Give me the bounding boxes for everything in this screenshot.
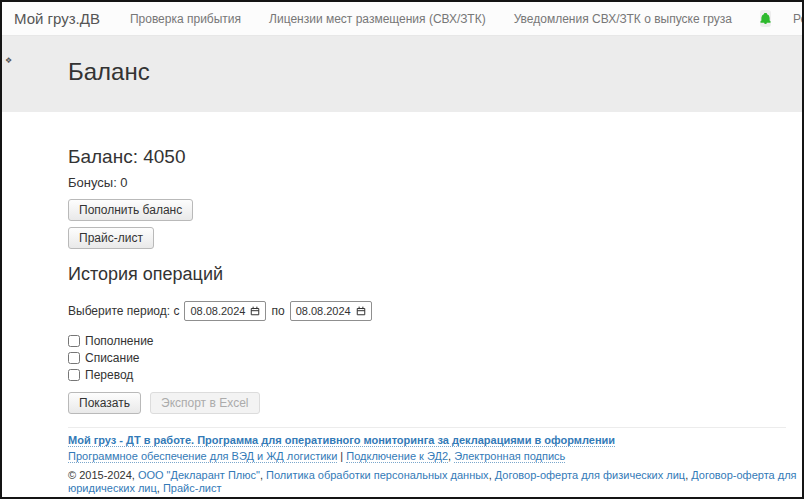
date-to-input[interactable]: 08.08.2024: [290, 301, 372, 321]
actions-row: Показать Экспорт в Excel: [68, 392, 802, 414]
writeoff-checkbox[interactable]: [68, 352, 80, 364]
sidebar-toggle-icon[interactable]: ❖: [5, 56, 12, 65]
region-label: Регион:: [793, 12, 804, 26]
company-link[interactable]: ООО "Декларант Плюс": [138, 469, 260, 481]
filter-label: Списание: [85, 351, 140, 365]
transfer-checkbox[interactable]: [68, 369, 80, 381]
separator: |: [337, 450, 346, 462]
filter-label: Перевод: [85, 368, 133, 382]
calendar-icon[interactable]: [356, 306, 366, 316]
ed2-link[interactable]: Подключение к ЭД2: [346, 450, 448, 463]
topup-checkbox[interactable]: [68, 335, 80, 347]
nav-item-arrival-check[interactable]: Проверка прибытия: [130, 12, 241, 26]
bonus-amount: Бонусы: 0: [68, 175, 802, 190]
page-title: Баланс: [2, 36, 802, 86]
history-section-title: История операций: [68, 264, 802, 285]
calendar-icon[interactable]: [250, 306, 260, 316]
brand-logo[interactable]: Мой груз.ДВ: [14, 10, 100, 27]
period-filter-row: Выберите период: с 08.08.2024 по 08.08.2…: [68, 301, 802, 321]
footer-products-line: Программное обеспечение для ВЭД и ЖД лог…: [68, 450, 802, 463]
period-label: Выберите период: с: [68, 304, 179, 318]
date-from-value: 08.08.2024: [190, 305, 245, 317]
region-selector[interactable]: Регион: Дальний Восток (ДВТУ)▾: [793, 12, 804, 26]
top-navbar: Мой груз.ДВ Проверка прибытия Лицензии м…: [2, 2, 802, 36]
filter-transfer[interactable]: Перевод: [68, 368, 802, 382]
main-content: Баланс: 4050 Бонусы: 0 Пополнить баланс …: [2, 146, 802, 499]
pricelist-link[interactable]: Прайс-лист: [163, 482, 222, 494]
esign-link[interactable]: Электронная подпись: [454, 450, 565, 463]
copyright-text: © 2015-2024,: [68, 469, 138, 481]
footer-copyright-line: © 2015-2024, ООО "Декларант Плюс", Полит…: [68, 469, 802, 495]
nav-item-notifications[interactable]: Уведомления СВХ/ЗТК о выпуске груза: [514, 12, 732, 26]
page-footer: Мой груз - ДТ в работе. Программа для оп…: [68, 434, 802, 499]
date-from-input[interactable]: 08.08.2024: [184, 301, 266, 321]
privacy-policy-link[interactable]: Политика обработки персональных данных: [266, 469, 489, 481]
filter-label: Пополнение: [85, 334, 154, 348]
export-excel-button: Экспорт в Excel: [150, 392, 259, 414]
footer-promo-line: Мой груз - ДТ в работе. Программа для оп…: [68, 434, 802, 447]
filter-topup[interactable]: Пополнение: [68, 334, 802, 348]
software-link[interactable]: Программное обеспечение для ВЭД и ЖД лог…: [68, 450, 337, 463]
filter-writeoff[interactable]: Списание: [68, 351, 802, 365]
footer-divider: [68, 427, 786, 428]
page-header-band: ❖ Баланс: [2, 36, 802, 112]
balance-amount: Баланс: 4050: [68, 146, 802, 168]
date-to-value: 08.08.2024: [296, 305, 351, 317]
bell-icon: [760, 13, 771, 24]
offer-individuals-link[interactable]: Договор-оферта для физических лиц: [495, 469, 685, 481]
show-button[interactable]: Показать: [68, 392, 141, 414]
nav-item-licenses[interactable]: Лицензии мест размещения (СВХ/ЗТК): [269, 12, 486, 26]
period-to-label: по: [271, 304, 284, 318]
notification-bell-button[interactable]: [760, 10, 771, 27]
topup-balance-button[interactable]: Пополнить баланс: [68, 199, 193, 221]
operation-type-filters: Пополнение Списание Перевод: [68, 334, 802, 382]
promo-link[interactable]: Мой груз - ДТ в работе. Программа для оп…: [68, 434, 615, 447]
pricelist-button[interactable]: Прайс-лист: [68, 227, 154, 249]
app-window: Мой груз.ДВ Проверка прибытия Лицензии м…: [0, 0, 804, 499]
